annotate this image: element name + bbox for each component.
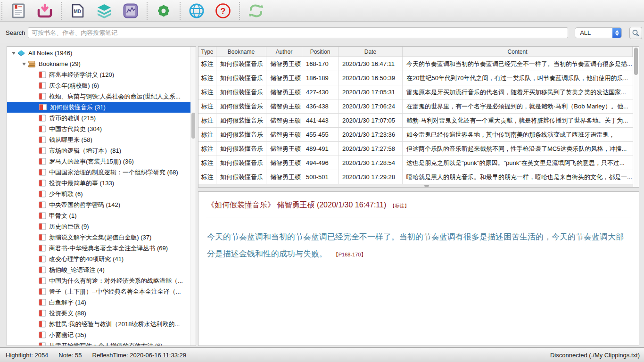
sidebar-book-item[interactable]: 薛兆丰经济学讲义 (120) — [7, 69, 196, 80]
cell-position: 186-189 — [302, 71, 339, 85]
help-button[interactable]: ? — [214, 2, 232, 20]
sidebar-book-item[interactable]: 中国为什么有前途：对外经济关系的战略潜能（... — [7, 275, 196, 286]
sidebar-book-item[interactable]: 投资要义 (88) — [7, 308, 196, 319]
markdown-export-button[interactable]: MD — [69, 2, 87, 20]
cell-bookname: 如何假装懂音乐 — [216, 57, 266, 71]
cell-type: 标注 — [198, 128, 216, 141]
note-row[interactable]: 标注 如何假装懂音乐 储智勇王硕 427-430 2020/1/30 17:05… — [198, 85, 633, 99]
sidebar-book-item[interactable]: 枪炮、病菌与钢铁:人类社会的命运(世纪人文系... — [7, 91, 196, 102]
column-header-type[interactable]: Type — [198, 47, 216, 57]
sidebar-book-item[interactable]: 中央帝国的哲学密码 (142) — [7, 199, 196, 210]
disclosure-triangle-icon[interactable] — [20, 63, 27, 66]
sidebar-book-item[interactable]: 新编说文解字大全集(超值白金版) (37) — [7, 232, 196, 243]
column-header-content[interactable]: Content — [403, 47, 633, 57]
cell-type: 标注 — [198, 57, 216, 71]
sidebar-book-item[interactable]: 货币的教训 (215) — [7, 113, 196, 123]
cell-position: 500-501 — [302, 170, 339, 184]
disclosure-triangle-icon[interactable] — [10, 52, 17, 55]
table-vertical-scrollbar-thumb[interactable] — [634, 48, 638, 75]
note-row[interactable]: 标注 如何假装懂音乐 储智勇王硕 436-438 2020/1/30 17:06… — [198, 99, 633, 114]
column-header-bookname[interactable]: Bookname — [216, 47, 266, 57]
cell-type: 标注 — [198, 170, 216, 184]
sidebar-book-item[interactable]: 市场的逻辑（增订本）(81) — [7, 145, 196, 156]
sidebar-book-item[interactable]: 商君书-中华经典名著全本全注全译丛书 (69) — [7, 243, 196, 254]
sidebar-book-item[interactable]: 苏世民:我的经验与教训（2018读桥水达利欧的... — [7, 319, 196, 329]
book-icon — [39, 288, 46, 295]
sidebar-book-item[interactable]: 历史的巨镜 (9) — [7, 221, 196, 232]
sidebar-book-item[interactable]: 白鱼解字 (14) — [7, 297, 196, 308]
search-input[interactable] — [28, 27, 568, 38]
column-header-author[interactable]: Author — [266, 47, 302, 57]
cell-type: 标注 — [198, 142, 216, 156]
sidebar-book-item[interactable]: 庆余年(精校版) (6) — [7, 80, 196, 91]
markdown-export-icon: MD — [71, 3, 84, 18]
cell-author: 储智勇王硕 — [266, 170, 302, 184]
tree-item-all-notes[interactable]: All Notes (1946) — [7, 48, 196, 58]
column-header-date[interactable]: Date — [339, 47, 403, 57]
sidebar-book-item[interactable]: 钱从哪里来 (58) — [7, 134, 196, 145]
book-label: 从零开始学写作：个人增值的有效方法 (6) — [49, 342, 163, 346]
cell-bookname: 如何假装懂音乐 — [216, 114, 266, 127]
import-button[interactable] — [36, 2, 54, 20]
refresh-button[interactable] — [247, 2, 265, 20]
sidebar-book-item[interactable]: 甲骨文 (1) — [7, 210, 196, 221]
filter-select[interactable]: ALL — [575, 27, 622, 38]
book-icon — [39, 169, 46, 176]
sidebar-book-item[interactable]: 管子（上下册）--中华经典名著全本全注全译（... — [7, 286, 196, 297]
sidebar-book-item[interactable]: 少年凯歌 (6) — [7, 189, 196, 199]
cell-type: 标注 — [198, 99, 216, 113]
note-position-tag: 【P168-170】 — [333, 252, 366, 257]
tree-item-bookname[interactable]: Bookname (29) — [7, 58, 196, 69]
sidebar-book-item[interactable]: 投资中最简单的事 (133) — [7, 178, 196, 189]
select-stepper-icon — [612, 28, 621, 38]
website-button[interactable] — [188, 2, 206, 20]
sidebar-book-item[interactable]: 小窗幽记 (35) — [7, 329, 196, 340]
sidebar-book-item[interactable]: 杨伯峻_论语译注 (4) — [7, 264, 196, 275]
cell-position: 441-443 — [302, 114, 339, 127]
help-icon: ? — [215, 3, 231, 19]
sidebar-scrollbar-thumb[interactable] — [191, 113, 195, 139]
column-header-position[interactable]: Position — [302, 47, 339, 57]
book-label: 庆余年(精校版) (6) — [49, 82, 99, 90]
layers-button[interactable] — [95, 2, 113, 20]
note-row[interactable]: 标注 如何假装懂音乐 储智勇王硕 455-455 2020/1/30 17:23… — [198, 128, 633, 142]
cell-content: 今天的节奏蓝调和当初的节奏蓝调已经完全不一样了。当初的节奏蓝调有很多是描... — [403, 57, 633, 71]
sidebar-book-item[interactable]: 如何假装懂音乐 (31) — [7, 102, 196, 113]
book-label: 管子（上下册）--中华经典名著全本全注全译（... — [49, 288, 181, 296]
cell-content: 在雷鬼的世界里，有一个名字是必须提到的，就是鲍勃·马利（Bob Marley）。… — [403, 99, 633, 113]
sidebar-book-item[interactable]: 中国古代简史 (304) — [7, 123, 196, 134]
note-row[interactable]: 标注 如何假装懂音乐 储智勇王硕 489-491 2020/1/30 17:27… — [198, 142, 633, 156]
book-icon — [39, 342, 46, 346]
cell-date: 2020/1/30 17:29:28 — [339, 170, 403, 184]
all-notes-label: All Notes (1946) — [28, 49, 72, 57]
clippings-document-button[interactable] — [9, 2, 27, 20]
sidebar-book-item[interactable]: 罗马人的故事(套装共15册) (36) — [7, 156, 196, 167]
filter-selected-value: ALL — [580, 29, 591, 36]
table-horizontal-scrollbar-thumb[interactable] — [424, 185, 429, 187]
table-vertical-scrollbar[interactable] — [633, 47, 639, 187]
search-button[interactable] — [629, 27, 642, 39]
book-icon — [39, 321, 46, 328]
cell-position: 494-496 — [302, 156, 339, 170]
book-icon — [39, 71, 46, 78]
sidebar: All Notes (1946) Bookname (29) — [7, 46, 196, 346]
statistics-button[interactable] — [122, 2, 140, 20]
note-row[interactable]: 标注 如何假装懂音乐 储智勇王硕 500-501 2020/1/30 17:29… — [198, 170, 633, 184]
cell-author: 储智勇王硕 — [266, 71, 302, 85]
note-row[interactable]: 标注 如何假装懂音乐 储智勇王硕 186-189 2020/1/30 16:50… — [198, 71, 633, 85]
sidebar-book-item[interactable]: 改变心理学的40项研究 (41) — [7, 254, 196, 264]
sidebar-scrollbar[interactable] — [190, 47, 196, 346]
settings-button[interactable] — [155, 2, 173, 20]
sidebar-book-item[interactable]: 从零开始学写作：个人增值的有效方法 (6) — [7, 340, 196, 346]
toolbar-group-clippings — [1, 2, 61, 20]
book-label: 历史的巨镜 (9) — [49, 222, 89, 231]
note-row[interactable]: 标注 如何假装懂音乐 储智勇王硕 168-170 2020/1/30 16:47… — [198, 57, 633, 71]
sidebar-book-item[interactable]: 中国国家治理的制度逻辑：一个组织学研究 (68) — [7, 167, 196, 178]
book-label: 薛兆丰经济学讲义 (120) — [49, 71, 114, 79]
table-horizontal-scrollbar[interactable] — [198, 184, 633, 187]
status-connection: Disconnected (./My Clippings.txt) — [550, 352, 640, 359]
note-row[interactable]: 标注 如何假装懂音乐 储智勇王硕 494-496 2020/1/30 17:28… — [198, 156, 633, 170]
status-bar: Hightlight: 2054 Note: 55 RefleshTime: 2… — [0, 347, 644, 362]
cell-position: 168-170 — [302, 57, 339, 71]
note-row[interactable]: 标注 如何假装懂音乐 储智勇王硕 441-443 2020/1/30 17:07… — [198, 114, 633, 128]
